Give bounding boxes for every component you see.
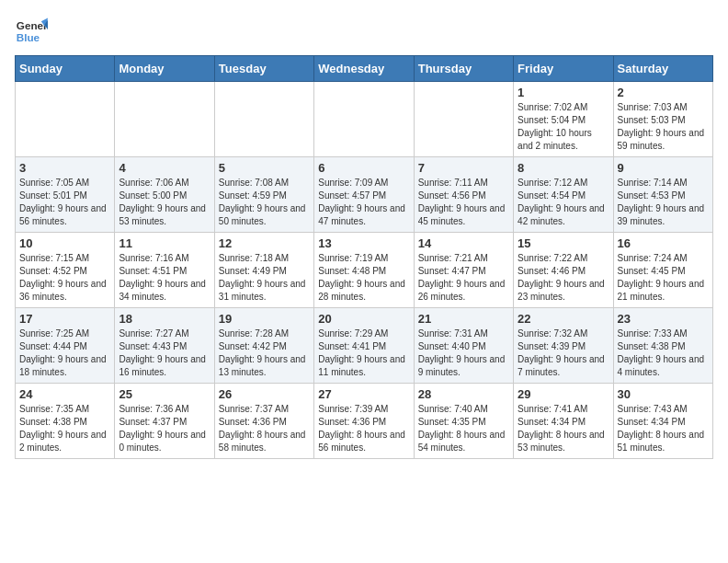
calendar-cell: 12Sunrise: 7:18 AM Sunset: 4:49 PM Dayli…: [214, 233, 313, 308]
day-info: Sunrise: 7:36 AM Sunset: 4:37 PM Dayligh…: [119, 403, 210, 454]
logo-icon: General Blue: [15, 15, 48, 48]
day-number: 10: [19, 236, 110, 250]
calendar-cell: [414, 82, 513, 157]
calendar-cell: 20Sunrise: 7:29 AM Sunset: 4:41 PM Dayli…: [314, 308, 414, 384]
day-number: 4: [119, 161, 210, 175]
weekday-header-saturday: Saturday: [613, 56, 712, 82]
calendar-cell: 30Sunrise: 7:43 AM Sunset: 4:34 PM Dayli…: [613, 384, 712, 459]
day-info: Sunrise: 7:31 AM Sunset: 4:40 PM Dayligh…: [418, 327, 509, 379]
calendar-cell: 17Sunrise: 7:25 AM Sunset: 4:44 PM Dayli…: [16, 308, 115, 384]
day-number: 20: [318, 312, 409, 326]
calendar-week-row: 3Sunrise: 7:05 AM Sunset: 5:01 PM Daylig…: [16, 157, 713, 233]
day-number: 11: [119, 236, 210, 250]
calendar-cell: 11Sunrise: 7:16 AM Sunset: 4:51 PM Dayli…: [115, 233, 214, 308]
weekday-header-tuesday: Tuesday: [214, 56, 313, 82]
calendar-cell: [115, 82, 214, 157]
day-number: 2: [618, 86, 709, 99]
day-number: 25: [119, 387, 210, 401]
day-number: 18: [119, 312, 210, 326]
day-info: Sunrise: 7:43 AM Sunset: 4:34 PM Dayligh…: [618, 403, 709, 454]
day-info: Sunrise: 7:14 AM Sunset: 4:53 PM Dayligh…: [618, 177, 709, 228]
calendar-cell: 29Sunrise: 7:41 AM Sunset: 4:34 PM Dayli…: [514, 384, 613, 459]
day-info: Sunrise: 7:41 AM Sunset: 4:34 PM Dayligh…: [518, 403, 609, 454]
day-number: 29: [518, 387, 609, 401]
day-info: Sunrise: 7:35 AM Sunset: 4:38 PM Dayligh…: [19, 403, 110, 454]
day-number: 30: [618, 387, 709, 401]
day-info: Sunrise: 7:37 AM Sunset: 4:36 PM Dayligh…: [219, 403, 310, 454]
weekday-header-sunday: Sunday: [16, 56, 115, 82]
calendar-cell: 24Sunrise: 7:35 AM Sunset: 4:38 PM Dayli…: [16, 384, 115, 459]
day-number: 21: [418, 312, 509, 326]
day-info: Sunrise: 7:18 AM Sunset: 4:49 PM Dayligh…: [219, 252, 310, 304]
calendar-cell: 9Sunrise: 7:14 AM Sunset: 4:53 PM Daylig…: [613, 157, 712, 233]
calendar-cell: [314, 82, 414, 157]
day-number: 16: [618, 236, 709, 250]
weekday-header-wednesday: Wednesday: [314, 56, 414, 82]
day-info: Sunrise: 7:05 AM Sunset: 5:01 PM Dayligh…: [19, 177, 110, 228]
day-number: 28: [418, 387, 509, 401]
calendar-cell: 6Sunrise: 7:09 AM Sunset: 4:57 PM Daylig…: [314, 157, 414, 233]
day-number: 27: [318, 387, 409, 401]
day-info: Sunrise: 7:19 AM Sunset: 4:48 PM Dayligh…: [318, 252, 409, 304]
calendar-cell: [214, 82, 313, 157]
day-info: Sunrise: 7:06 AM Sunset: 5:00 PM Dayligh…: [119, 177, 210, 228]
calendar-cell: 18Sunrise: 7:27 AM Sunset: 4:43 PM Dayli…: [115, 308, 214, 384]
day-number: 15: [518, 236, 609, 250]
weekday-header-thursday: Thursday: [414, 56, 513, 82]
calendar-cell: 1Sunrise: 7:02 AM Sunset: 5:04 PM Daylig…: [514, 82, 613, 157]
calendar-cell: 21Sunrise: 7:31 AM Sunset: 4:40 PM Dayli…: [414, 308, 513, 384]
day-number: 24: [19, 387, 110, 401]
day-number: 9: [618, 161, 709, 175]
calendar-cell: 22Sunrise: 7:32 AM Sunset: 4:39 PM Dayli…: [514, 308, 613, 384]
calendar-cell: 15Sunrise: 7:22 AM Sunset: 4:46 PM Dayli…: [514, 233, 613, 308]
calendar-cell: 19Sunrise: 7:28 AM Sunset: 4:42 PM Dayli…: [214, 308, 313, 384]
calendar-cell: 23Sunrise: 7:33 AM Sunset: 4:38 PM Dayli…: [613, 308, 712, 384]
calendar-cell: 28Sunrise: 7:40 AM Sunset: 4:35 PM Dayli…: [414, 384, 513, 459]
day-number: 13: [318, 236, 409, 250]
day-number: 7: [418, 161, 509, 175]
day-info: Sunrise: 7:25 AM Sunset: 4:44 PM Dayligh…: [19, 327, 110, 379]
day-number: 26: [219, 387, 310, 401]
day-info: Sunrise: 7:39 AM Sunset: 4:36 PM Dayligh…: [318, 403, 409, 454]
day-number: 19: [219, 312, 310, 326]
calendar-week-row: 1Sunrise: 7:02 AM Sunset: 5:04 PM Daylig…: [16, 82, 713, 157]
calendar-cell: 14Sunrise: 7:21 AM Sunset: 4:47 PM Dayli…: [414, 233, 513, 308]
day-number: 12: [219, 236, 310, 250]
day-number: 14: [418, 236, 509, 250]
day-info: Sunrise: 7:08 AM Sunset: 4:59 PM Dayligh…: [219, 177, 310, 228]
day-info: Sunrise: 7:32 AM Sunset: 4:39 PM Dayligh…: [518, 327, 609, 379]
calendar-cell: [16, 82, 115, 157]
day-info: Sunrise: 7:15 AM Sunset: 4:52 PM Dayligh…: [19, 252, 110, 304]
logo: General Blue: [15, 15, 48, 48]
day-number: 3: [19, 161, 110, 175]
day-number: 22: [518, 312, 609, 326]
calendar-cell: 8Sunrise: 7:12 AM Sunset: 4:54 PM Daylig…: [514, 157, 613, 233]
day-number: 23: [618, 312, 709, 326]
day-info: Sunrise: 7:09 AM Sunset: 4:57 PM Dayligh…: [318, 177, 409, 228]
day-number: 5: [219, 161, 310, 175]
day-number: 1: [518, 86, 609, 99]
day-info: Sunrise: 7:22 AM Sunset: 4:46 PM Dayligh…: [518, 252, 609, 304]
day-info: Sunrise: 7:28 AM Sunset: 4:42 PM Dayligh…: [219, 327, 310, 379]
day-number: 6: [318, 161, 409, 175]
calendar-cell: 25Sunrise: 7:36 AM Sunset: 4:37 PM Dayli…: [115, 384, 214, 459]
calendar-cell: 13Sunrise: 7:19 AM Sunset: 4:48 PM Dayli…: [314, 233, 414, 308]
calendar-week-row: 24Sunrise: 7:35 AM Sunset: 4:38 PM Dayli…: [16, 384, 713, 459]
calendar-week-row: 10Sunrise: 7:15 AM Sunset: 4:52 PM Dayli…: [16, 233, 713, 308]
svg-text:Blue: Blue: [17, 31, 40, 43]
day-info: Sunrise: 7:03 AM Sunset: 5:03 PM Dayligh…: [618, 101, 709, 153]
page-header: General Blue: [15, 15, 713, 48]
calendar-cell: 16Sunrise: 7:24 AM Sunset: 4:45 PM Dayli…: [613, 233, 712, 308]
calendar-cell: 2Sunrise: 7:03 AM Sunset: 5:03 PM Daylig…: [613, 82, 712, 157]
weekday-header-friday: Friday: [514, 56, 613, 82]
calendar-cell: 27Sunrise: 7:39 AM Sunset: 4:36 PM Dayli…: [314, 384, 414, 459]
weekday-header-monday: Monday: [115, 56, 214, 82]
calendar-week-row: 17Sunrise: 7:25 AM Sunset: 4:44 PM Dayli…: [16, 308, 713, 384]
day-info: Sunrise: 7:12 AM Sunset: 4:54 PM Dayligh…: [518, 177, 609, 228]
day-info: Sunrise: 7:27 AM Sunset: 4:43 PM Dayligh…: [119, 327, 210, 379]
day-number: 17: [19, 312, 110, 326]
calendar-cell: 5Sunrise: 7:08 AM Sunset: 4:59 PM Daylig…: [214, 157, 313, 233]
calendar-cell: 4Sunrise: 7:06 AM Sunset: 5:00 PM Daylig…: [115, 157, 214, 233]
day-info: Sunrise: 7:16 AM Sunset: 4:51 PM Dayligh…: [119, 252, 210, 304]
weekday-header-row: SundayMondayTuesdayWednesdayThursdayFrid…: [16, 56, 713, 82]
